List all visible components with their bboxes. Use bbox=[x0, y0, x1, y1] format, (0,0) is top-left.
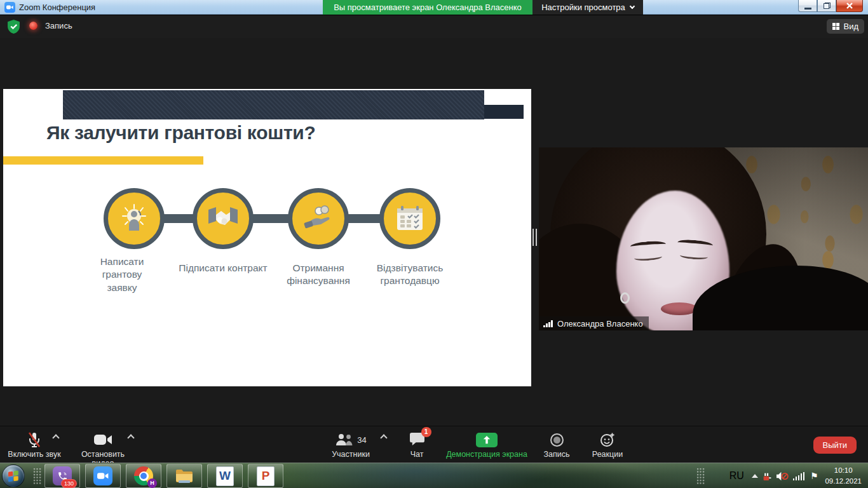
viber-notification-badge: 130 bbox=[61, 479, 77, 488]
system-tray: RU ⚑ 10:10 09.12.2021 bbox=[729, 463, 868, 488]
taskbar-clock[interactable]: 10:10 09.12.2021 bbox=[822, 465, 868, 486]
participant-video: Олександра Власенко bbox=[539, 147, 868, 330]
meeting-info-bar: Запись Вид bbox=[0, 15, 868, 38]
restore-icon bbox=[824, 3, 831, 9]
screen-share-banner: Вы просматриваете экран Олександра Власе… bbox=[323, 0, 532, 15]
volume-muted-icon[interactable] bbox=[776, 471, 789, 481]
share-screen-label: Демонстрация экрана bbox=[440, 450, 534, 459]
taskbar-app-explorer[interactable] bbox=[166, 464, 202, 488]
calendar-check-icon bbox=[395, 205, 424, 233]
reactions-label: Реакции bbox=[583, 450, 632, 459]
window-title: Zoom Конференция bbox=[19, 3, 95, 12]
process-step-circle-2 bbox=[193, 188, 254, 249]
window-titlebar: Zoom Конференция Вы просматриваете экран… bbox=[0, 0, 868, 15]
viber-icon: 130 bbox=[53, 466, 72, 485]
panel-resize-handle[interactable] bbox=[532, 229, 537, 246]
grid-view-icon bbox=[832, 23, 839, 30]
reactions-button[interactable]: Реакции bbox=[583, 431, 632, 459]
view-settings-dropdown[interactable]: Настройки просмотра bbox=[532, 0, 643, 15]
idea-person-icon bbox=[119, 203, 149, 234]
minimize-icon bbox=[804, 8, 811, 10]
windows-taskbar: 130 H W P RU bbox=[0, 463, 868, 488]
process-step-circle-3 bbox=[288, 188, 349, 249]
taskbar-app-word[interactable]: W bbox=[207, 464, 243, 488]
file-explorer-icon bbox=[175, 468, 194, 484]
process-connector bbox=[134, 214, 410, 223]
chat-label: Чат bbox=[399, 450, 435, 459]
windows-logo-icon bbox=[7, 470, 20, 482]
microphone-muted-icon bbox=[27, 431, 42, 448]
start-button[interactable] bbox=[2, 464, 25, 487]
record-button[interactable]: Запись bbox=[538, 431, 576, 459]
minimize-button[interactable] bbox=[798, 0, 817, 12]
security-shield-icon[interactable] bbox=[8, 20, 20, 36]
power-icon[interactable] bbox=[763, 471, 772, 481]
recording-dot-icon bbox=[29, 22, 37, 30]
share-screen-button[interactable]: Демонстрация экрана bbox=[440, 431, 534, 459]
zoom-toolbar: Включить звук Остановить видео 34 Участн… bbox=[0, 426, 868, 463]
language-indicator[interactable]: RU bbox=[729, 470, 744, 482]
taskbar-separator bbox=[33, 468, 42, 484]
taskbar-app-chrome[interactable]: H bbox=[126, 464, 161, 488]
shared-screen-stage: Як залучити грантові кошти? bbox=[0, 38, 868, 426]
chrome-profile-badge: H bbox=[147, 478, 157, 488]
zoom-app-icon bbox=[4, 2, 15, 13]
recording-indicator: Запись bbox=[29, 21, 72, 30]
participants-label: Участники bbox=[320, 450, 382, 459]
participants-button[interactable]: 34 Участники bbox=[320, 431, 382, 459]
process-step-label: Підписати контракт bbox=[175, 255, 271, 274]
view-settings-label: Настройки просмотра bbox=[541, 3, 625, 12]
chevron-down-icon bbox=[630, 4, 635, 9]
recording-label: Запись bbox=[45, 21, 72, 30]
process-step-label: Отримання фінансування bbox=[271, 255, 366, 288]
participant-name: Олександра Власенко bbox=[557, 319, 643, 329]
presentation-slide: Як залучити грантові кошти? bbox=[3, 89, 531, 386]
process-step-label: Відзвітуватись грантодавцю bbox=[362, 255, 458, 288]
reactions-smiley-icon bbox=[600, 432, 615, 447]
record-icon bbox=[550, 433, 564, 447]
taskbar-separator bbox=[696, 468, 705, 484]
slide-accent-bar bbox=[3, 156, 203, 165]
share-screen-icon bbox=[476, 433, 498, 447]
slide-title: Як залучити грантові кошти? bbox=[46, 122, 315, 144]
view-button[interactable]: Вид bbox=[827, 19, 864, 34]
leave-meeting-button[interactable]: Выйти bbox=[813, 437, 857, 454]
participants-count: 34 bbox=[357, 435, 366, 445]
powerpoint-icon: P bbox=[257, 466, 275, 486]
slide-banner-tab bbox=[484, 105, 524, 119]
participant-name-tag: Олександра Власенко bbox=[539, 316, 649, 330]
chrome-icon: H bbox=[134, 466, 153, 485]
hand-coins-icon bbox=[303, 205, 334, 233]
chat-button[interactable]: 1 Чат bbox=[399, 431, 435, 459]
action-center-flag-icon[interactable]: ⚑ bbox=[810, 471, 818, 480]
unmute-label: Включить звук bbox=[5, 450, 64, 459]
network-signal-icon[interactable] bbox=[793, 472, 806, 480]
zoom-icon bbox=[93, 466, 112, 485]
close-icon bbox=[846, 3, 853, 9]
tray-time: 10:10 bbox=[825, 465, 862, 476]
powerpoint-letter: P bbox=[262, 469, 270, 483]
camera-icon bbox=[93, 433, 112, 446]
close-button[interactable] bbox=[836, 0, 863, 12]
process-step-label: Написати грантову заявку bbox=[86, 255, 158, 294]
chat-unread-badge: 1 bbox=[421, 427, 431, 437]
restore-button[interactable] bbox=[817, 0, 836, 12]
slide-hatched-banner bbox=[63, 90, 484, 119]
window-controls bbox=[798, 0, 863, 12]
taskbar-app-viber[interactable]: 130 bbox=[44, 464, 80, 488]
word-icon: W bbox=[216, 466, 234, 486]
participants-icon bbox=[335, 433, 354, 447]
taskbar-app-powerpoint[interactable]: P bbox=[248, 464, 283, 488]
process-step-circle-4 bbox=[379, 188, 440, 249]
word-letter: W bbox=[219, 469, 231, 483]
view-button-label: Вид bbox=[843, 22, 858, 31]
tray-date: 09.12.2021 bbox=[825, 476, 862, 487]
taskbar-app-zoom[interactable] bbox=[85, 464, 121, 488]
participant-earring bbox=[620, 292, 630, 304]
process-step-circle-1 bbox=[104, 188, 165, 249]
tray-expand-caret[interactable] bbox=[752, 474, 758, 478]
signal-bars-icon bbox=[543, 320, 553, 327]
record-label: Запись bbox=[538, 450, 576, 459]
handshake-icon bbox=[207, 206, 239, 231]
